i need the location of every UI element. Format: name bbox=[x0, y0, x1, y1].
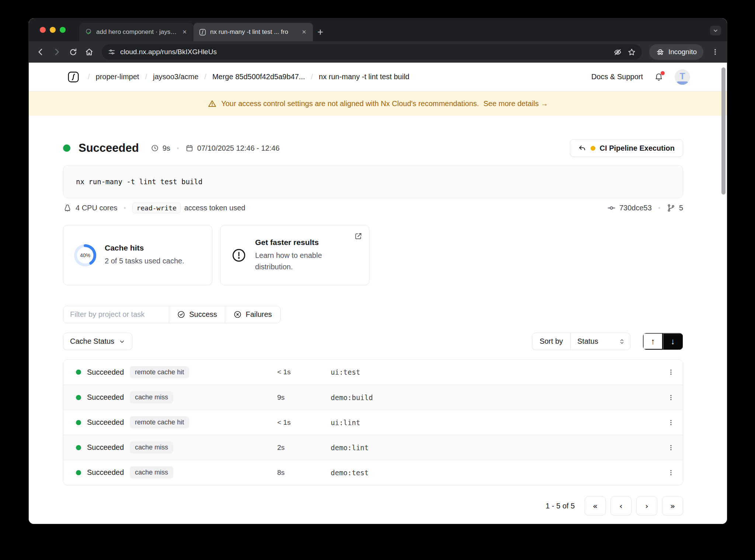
sort-direction-group: ↑ ↓ bbox=[643, 333, 683, 350]
scrollbar-thumb[interactable] bbox=[721, 67, 726, 195]
url-text[interactable]: cloud.nx.app/runs/BkIXGHleUs bbox=[120, 48, 217, 56]
table-row[interactable]: Succeededremote cache hit < 1s ui:lint bbox=[63, 410, 683, 435]
breadcrumb-separator: / bbox=[311, 73, 313, 81]
commit-sha[interactable]: 730dce53 bbox=[619, 204, 652, 212]
browser-menu-button[interactable] bbox=[708, 45, 723, 59]
pending-dot-icon bbox=[591, 146, 595, 151]
forward-button[interactable] bbox=[49, 45, 64, 59]
filter-success-button[interactable]: Success bbox=[169, 306, 225, 323]
row-status: Succeeded bbox=[87, 468, 124, 477]
tab-search-button[interactable] bbox=[710, 26, 721, 35]
select-chevrons-icon bbox=[619, 339, 625, 344]
cache-badge: cache miss bbox=[130, 441, 173, 454]
row-duration: 9s bbox=[277, 393, 331, 402]
sort-ascending-button[interactable]: ↑ bbox=[643, 333, 663, 350]
nx-logo-icon[interactable] bbox=[67, 71, 80, 83]
site-info-icon[interactable] bbox=[108, 48, 116, 56]
incognito-badge[interactable]: Incognito bbox=[649, 44, 703, 60]
breadcrumb-workspace[interactable]: proper-limpet bbox=[96, 73, 139, 81]
bookmark-star-icon[interactable] bbox=[625, 45, 639, 59]
close-tab-icon[interactable]: ✕ bbox=[181, 28, 188, 36]
row-status: Succeeded bbox=[87, 368, 124, 377]
cache-percent: 40% bbox=[74, 244, 97, 267]
sort-descending-button[interactable]: ↓ bbox=[663, 333, 683, 350]
table-row[interactable]: Succeededcache miss 2s demo:lint bbox=[63, 435, 683, 460]
row-task[interactable]: demo:build bbox=[331, 393, 659, 402]
row-duration: < 1s bbox=[277, 368, 331, 376]
docs-support-link[interactable]: Docs & Support bbox=[591, 73, 643, 81]
distribution-card-title: Get faster results bbox=[255, 238, 347, 247]
minimize-window-button[interactable] bbox=[50, 27, 56, 33]
clock-icon bbox=[151, 144, 159, 152]
filter-input[interactable] bbox=[63, 306, 169, 323]
cache-status-dropdown[interactable]: Cache Status bbox=[63, 333, 132, 350]
row-duration: < 1s bbox=[277, 419, 331, 427]
row-menu-button[interactable] bbox=[659, 444, 683, 451]
branch-count[interactable]: 5 bbox=[679, 204, 683, 212]
sort-field-select[interactable]: Status bbox=[571, 333, 630, 350]
home-button[interactable] bbox=[82, 45, 97, 59]
row-task[interactable]: ui:test bbox=[331, 368, 659, 376]
row-menu-button[interactable] bbox=[659, 419, 683, 426]
calendar-icon bbox=[185, 144, 194, 152]
sort-by-group: Sort by Status bbox=[532, 333, 630, 350]
back-button[interactable] bbox=[33, 45, 48, 59]
row-task[interactable]: demo:lint bbox=[331, 444, 659, 452]
row-menu-button[interactable] bbox=[659, 368, 683, 376]
row-task[interactable]: demo:test bbox=[331, 469, 659, 477]
access-token-suffix: access token used bbox=[184, 204, 246, 212]
fullscreen-window-button[interactable] bbox=[60, 27, 66, 33]
table-row[interactable]: Succeededremote cache hit < 1s ui:test bbox=[63, 360, 683, 385]
status-dot-icon bbox=[76, 420, 81, 425]
page-range: 1 - 5 of 5 bbox=[546, 502, 575, 510]
banner-message: Your access control settings are not ali… bbox=[221, 99, 479, 108]
close-window-button[interactable] bbox=[40, 27, 46, 33]
avatar-letter: T bbox=[680, 71, 685, 81]
address-bar[interactable]: cloud.nx.app/runs/BkIXGHleUs bbox=[102, 44, 642, 60]
eye-blocked-icon[interactable] bbox=[611, 45, 625, 59]
breadcrumb-separator: / bbox=[204, 73, 206, 81]
run-duration: 9s bbox=[163, 144, 170, 153]
last-page-button[interactable]: » bbox=[662, 496, 683, 515]
failures-label: Failures bbox=[246, 310, 272, 319]
distribution-card[interactable]: Get faster results Learn how to enable d… bbox=[220, 225, 369, 285]
cache-card-subtitle: 2 of 5 tasks used cache. bbox=[105, 255, 184, 267]
run-meta-row: 4 CPU cores read-write access token used… bbox=[63, 203, 683, 213]
table-row[interactable]: Succeededcache miss 8s demo:test bbox=[63, 460, 683, 485]
access-control-banner: Your access control settings are not ali… bbox=[29, 91, 727, 116]
cache-card-title: Cache hits bbox=[105, 244, 184, 252]
status-dot-icon bbox=[76, 395, 81, 400]
reload-button[interactable] bbox=[66, 45, 80, 59]
window-controls[interactable] bbox=[40, 27, 66, 33]
notifications-button[interactable] bbox=[654, 72, 664, 82]
run-datetime: 07/10/2025 12:46 - 12:46 bbox=[197, 144, 280, 153]
external-link-icon[interactable] bbox=[354, 232, 362, 240]
prev-page-button[interactable]: ‹ bbox=[610, 496, 632, 515]
breadcrumb-repo[interactable]: jaysoo3/acme bbox=[153, 73, 198, 81]
access-token-scope: read-write bbox=[132, 203, 180, 213]
next-page-button[interactable]: › bbox=[636, 496, 657, 515]
avatar[interactable]: T bbox=[675, 69, 690, 85]
distribution-card-subtitle: Learn how to enable distribution. bbox=[255, 250, 347, 273]
close-tab-icon[interactable]: ✕ bbox=[300, 28, 308, 36]
linux-penguin-icon bbox=[63, 204, 72, 213]
table-row[interactable]: Succeededcache miss 9s demo:build bbox=[63, 385, 683, 410]
tab-github-pr[interactable]: add hero component · jaysoo ✕ bbox=[79, 23, 194, 41]
status-dot-icon bbox=[76, 470, 81, 475]
filter-failures-button[interactable]: Failures bbox=[225, 306, 280, 323]
row-menu-button[interactable] bbox=[659, 469, 683, 476]
row-menu-button[interactable] bbox=[659, 394, 683, 401]
nx-favicon-icon bbox=[199, 28, 206, 36]
ci-pipeline-execution-button[interactable]: CI Pipeline Execution bbox=[570, 139, 683, 157]
breadcrumb-commit[interactable]: Merge 85d500f42d5a9b47... bbox=[212, 73, 305, 81]
first-page-button[interactable]: « bbox=[585, 496, 606, 515]
new-tab-button[interactable]: + bbox=[313, 23, 328, 41]
breadcrumb-run[interactable]: nx run-many -t lint test build bbox=[319, 73, 410, 81]
sort-value: Status bbox=[577, 337, 598, 346]
tab-title: nx run-many -t lint test ... fro bbox=[210, 28, 296, 36]
row-task[interactable]: ui:lint bbox=[331, 419, 659, 427]
banner-see-more-link[interactable]: See more details → bbox=[483, 99, 548, 108]
github-pr-check-icon bbox=[84, 28, 93, 36]
tab-nx-run[interactable]: nx run-many -t lint test ... fro ✕ bbox=[194, 23, 313, 41]
sort-by-label: Sort by bbox=[532, 333, 571, 350]
